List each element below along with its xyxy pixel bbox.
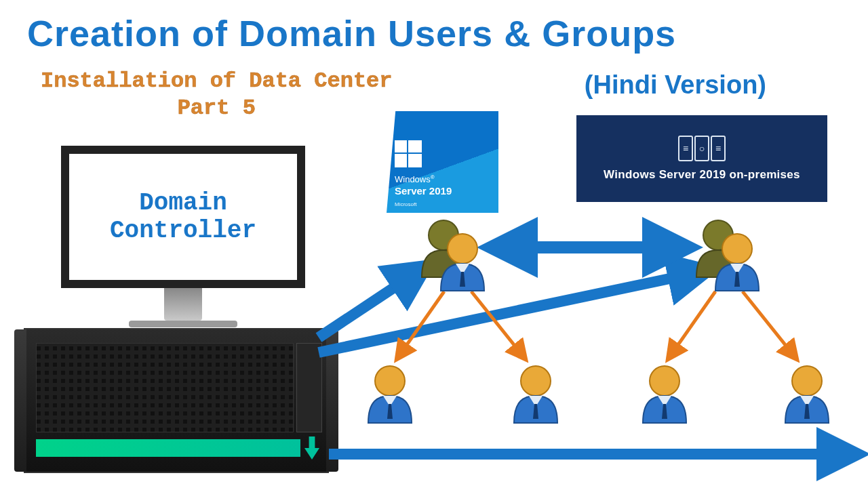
monitor-label-1: Domain	[139, 189, 227, 217]
edge-gr-u3	[668, 291, 715, 359]
group-right-icon	[696, 220, 759, 291]
server-grille	[36, 343, 294, 432]
windows-logo-icon	[395, 140, 422, 167]
user-2-icon	[514, 366, 557, 423]
subtitle-line1: Installation of Data Center	[41, 68, 392, 94]
onprem-server-icon: ≡○≡	[678, 136, 726, 161]
onprem-panel: ≡○≡ Windows Server 2019 on-premises	[576, 115, 827, 202]
server-handle-left	[14, 329, 26, 472]
monitor-label-2: Controller	[110, 217, 256, 245]
subtitle: Installation of Data Center Part 5	[41, 68, 392, 122]
windows-server-box: Windows® Server 2019 Microsoft	[387, 111, 498, 213]
ws-vendor: Microsoft	[395, 201, 490, 207]
monitor: Domain Controller	[61, 146, 305, 327]
ws-product: Server 2019	[395, 185, 452, 197]
edge-dc-to-group-left	[319, 268, 424, 338]
server-handle-right	[326, 329, 338, 472]
hindi-version-label: (Hindi Version)	[585, 70, 766, 100]
onprem-label: Windows Server 2019 on-premises	[604, 168, 800, 182]
group-left-icon	[422, 220, 484, 291]
edge-gl-u1	[397, 291, 444, 359]
monitor-screen: Domain Controller	[61, 146, 305, 288]
server-down-arrow-icon	[304, 436, 319, 460]
monitor-base	[129, 321, 237, 327]
subtitle-line2: Part 5	[178, 96, 256, 121]
user-1-icon	[368, 366, 412, 423]
edge-gl-u2	[471, 291, 526, 359]
page-title: Creation of Domain Users & Groups	[27, 12, 676, 54]
user-4-icon	[785, 366, 829, 423]
server-drive-bay	[296, 343, 322, 432]
server-led-strip	[36, 439, 300, 457]
server-rack	[24, 328, 329, 473]
edge-gr-u4	[743, 291, 797, 359]
user-3-icon	[643, 366, 686, 423]
monitor-stand	[164, 288, 202, 321]
edge-dc-to-group-right	[319, 271, 705, 352]
ws-brand: Windows	[395, 174, 431, 184]
